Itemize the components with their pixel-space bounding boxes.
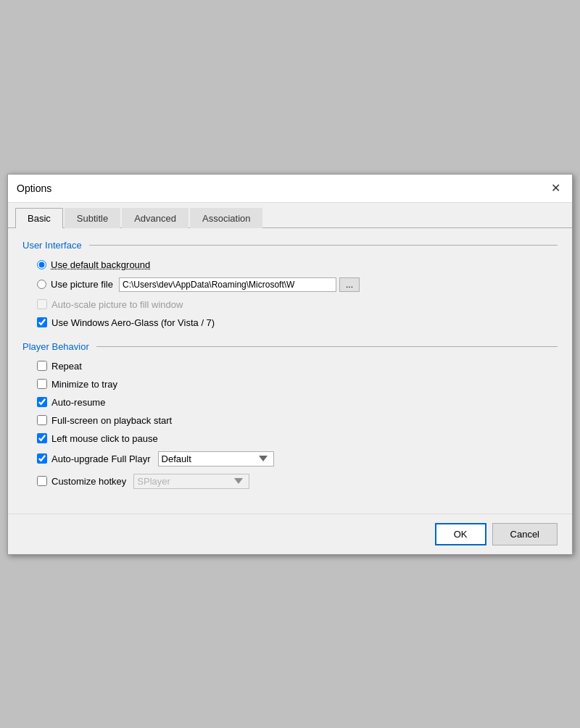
behavior-header-divider xyxy=(96,346,558,347)
title-bar: Options ✕ xyxy=(8,175,572,203)
aero-glass-label: Use Windows Aero-Glass (for Vista / 7) xyxy=(51,317,215,328)
tab-advanced[interactable]: Advanced xyxy=(122,208,188,228)
left-click-pause-row: Left mouse click to pause xyxy=(22,433,558,444)
repeat-checkbox[interactable] xyxy=(37,361,47,371)
auto-upgrade-label: Auto-upgrade Full Playr xyxy=(51,453,151,464)
aero-glass-checkbox[interactable] xyxy=(37,317,47,327)
browse-button[interactable]: ... xyxy=(339,277,360,292)
auto-resume-row: Auto-resume xyxy=(22,397,558,408)
dialog-footer: OK Cancel xyxy=(8,514,572,554)
fullscreen-checkbox[interactable] xyxy=(37,415,47,425)
aero-glass-row: Use Windows Aero-Glass (for Vista / 7) xyxy=(22,317,558,328)
auto-resume-checkbox[interactable] xyxy=(37,397,47,407)
auto-resume-label: Auto-resume xyxy=(51,397,105,408)
minimize-tray-checkbox[interactable] xyxy=(37,379,47,389)
left-click-pause-label: Left mouse click to pause xyxy=(51,433,158,444)
close-button[interactable]: ✕ xyxy=(547,180,563,196)
use-picture-radio[interactable] xyxy=(37,280,46,289)
user-interface-section: User Interface Use default background Us… xyxy=(22,240,558,328)
minimize-tray-label: Minimize to tray xyxy=(51,379,117,390)
player-behavior-label: Player Behavior xyxy=(22,341,89,352)
cancel-button[interactable]: Cancel xyxy=(492,523,558,545)
options-dialog: Options ✕ Basic Subtitle Advanced Associ… xyxy=(7,174,573,555)
header-divider xyxy=(89,245,558,246)
ok-button[interactable]: OK xyxy=(435,523,486,545)
window-title: Options xyxy=(17,183,51,194)
use-default-bg-radio[interactable] xyxy=(37,260,46,269)
fullscreen-row: Full-screen on playback start xyxy=(22,415,558,426)
use-picture-label[interactable]: Use picture file xyxy=(51,279,113,290)
auto-upgrade-dropdown[interactable]: Default Auto Manual xyxy=(158,451,274,466)
use-picture-row: Use picture file ... xyxy=(22,277,558,292)
hotkey-dropdown[interactable]: SPlayer Custom xyxy=(133,474,249,489)
tab-subtitle[interactable]: Subtitle xyxy=(65,208,120,228)
left-click-pause-checkbox[interactable] xyxy=(37,433,47,443)
user-interface-header: User Interface xyxy=(22,240,558,251)
auto-upgrade-row: Auto-upgrade Full Playr Default Auto Man… xyxy=(22,451,558,466)
repeat-row: Repeat xyxy=(22,361,558,372)
repeat-label: Repeat xyxy=(51,361,82,372)
use-default-bg-row: Use default background xyxy=(22,259,558,270)
hotkey-row: Customize hotkey SPlayer Custom xyxy=(22,474,558,489)
use-default-bg-label[interactable]: Use default background xyxy=(51,259,150,270)
tab-association[interactable]: Association xyxy=(190,208,262,228)
auto-upgrade-checkbox[interactable] xyxy=(37,453,47,464)
tab-content: User Interface Use default background Us… xyxy=(8,228,572,514)
autoscale-label: Auto-scale picture to fill window xyxy=(51,299,183,310)
user-interface-label: User Interface xyxy=(22,240,82,251)
autoscale-row: Auto-scale picture to fill window xyxy=(22,299,558,310)
fullscreen-label: Full-screen on playback start xyxy=(51,415,172,426)
tab-basic[interactable]: Basic xyxy=(15,208,63,228)
hotkey-checkbox[interactable] xyxy=(37,476,47,486)
tabs-container: Basic Subtitle Advanced Association xyxy=(8,203,572,228)
picture-path-input[interactable] xyxy=(119,277,336,292)
autoscale-checkbox[interactable] xyxy=(37,299,47,309)
player-behavior-header: Player Behavior xyxy=(22,341,558,352)
minimize-tray-row: Minimize to tray xyxy=(22,379,558,390)
player-behavior-section: Player Behavior Repeat Minimize to tray … xyxy=(22,341,558,489)
hotkey-label: Customize hotkey xyxy=(51,476,126,487)
